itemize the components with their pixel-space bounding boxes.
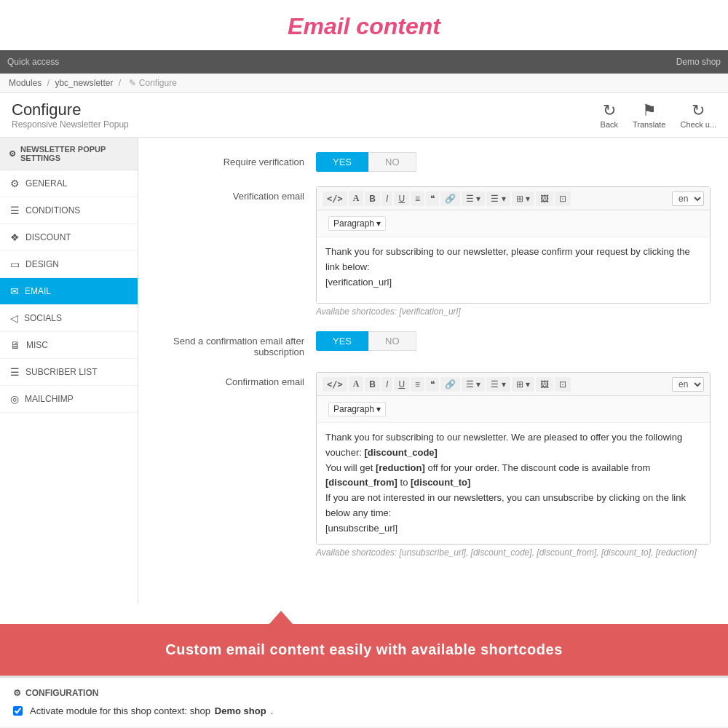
confirmation-toolbar: </> A B I U ≡ ❝ 🔗 ☰ ▾ ☰ ▾ ⊞ ▾ 🖼 ⊡ <box>317 373 710 396</box>
confirmation-shortcodes: Availabe shortcodes: [unsubscribe_url], … <box>316 547 711 558</box>
sidebar-item-design[interactable]: ▭ DESIGN <box>0 251 138 278</box>
sidebar-item-discount[interactable]: ❖ DISCOUNT <box>0 224 138 251</box>
verification-lang-select[interactable]: en fr <box>672 191 704 206</box>
check-update-button[interactable]: ↻ Check u... <box>680 101 716 129</box>
conf-toolbar-font-btn[interactable]: A <box>349 376 364 392</box>
require-verification-toggle: YES NO <box>316 152 711 172</box>
conf-paragraph-select[interactable]: Paragraph ▾ <box>328 402 386 416</box>
sidebar-item-subscriber-list[interactable]: ☰ SUBCRIBER LIST <box>0 359 138 386</box>
breadcrumb-configure: ✎ Configure <box>129 78 176 88</box>
conf-toolbar-image-btn[interactable]: 🖼 <box>536 377 553 392</box>
translate-button[interactable]: ⚑ Translate <box>633 101 665 129</box>
toolbar-right: en fr <box>672 191 704 206</box>
check-update-icon: ↻ <box>692 101 705 120</box>
check-update-label: Check u... <box>680 120 716 129</box>
discount-icon: ❖ <box>10 232 20 243</box>
verification-editor: </> A B I U ≡ ❝ 🔗 ☰ ▾ ☰ ▾ ⊞ ▾ 🖼 ⊡ <box>316 186 711 304</box>
promo-arrow <box>269 611 293 624</box>
toolbar-font-btn[interactable]: A <box>349 191 364 206</box>
require-verification-no[interactable]: NO <box>368 152 416 172</box>
verification-email-label: Verification email <box>156 186 316 202</box>
promo-gap <box>0 604 728 611</box>
promo-section: Custom email content easily with availab… <box>0 604 728 676</box>
confirmation-editor-body[interactable]: Thank you for subscribing to our newslet… <box>317 423 710 544</box>
toolbar-list-btn[interactable]: ☰ ▾ <box>462 191 485 206</box>
conditions-icon: ☰ <box>10 205 20 216</box>
conf-toolbar-align-btn[interactable]: ≡ <box>411 377 424 392</box>
config-section: ⚙ CONFIGURATION Activate module for this… <box>0 676 728 727</box>
sidebar-item-email[interactable]: ✉ EMAIL <box>0 278 138 305</box>
sidebar-item-mailchimp[interactable]: ◎ MAILCHIMP <box>0 386 138 413</box>
conf-toolbar-quote-btn[interactable]: ❝ <box>426 377 439 392</box>
activate-label: Activate module for this shop context: s… <box>30 705 210 716</box>
page-header: Configure Responsive Newsletter Popup ↻ … <box>0 93 728 138</box>
conf-toolbar-bold-btn[interactable]: B <box>365 377 380 392</box>
send-confirmation-control: YES NO <box>316 331 711 351</box>
email-icon: ✉ <box>10 285 19 297</box>
toolbar-bold-btn[interactable]: B <box>365 191 380 206</box>
top-banner: Email content <box>0 0 728 50</box>
content-area: Require verification YES NO Verification… <box>138 138 728 604</box>
sidebar-item-general[interactable]: ⚙ GENERAL <box>0 170 138 197</box>
toolbar-quote-btn[interactable]: ❝ <box>426 191 439 206</box>
page-title: Email content <box>0 13 728 40</box>
paragraph-select[interactable]: Paragraph ▾ <box>328 216 386 231</box>
verification-shortcodes: Availabe shortcodes: [verification_url] <box>316 306 711 317</box>
sidebar-item-conditions[interactable]: ☰ CONDITIONS <box>0 197 138 224</box>
conf-toolbar-italic-btn[interactable]: I <box>381 377 392 392</box>
promo-text: Custom email content easily with availab… <box>165 641 563 657</box>
period: . <box>271 705 274 716</box>
sidebar-item-misc[interactable]: 🖥 MISC <box>0 332 138 359</box>
verification-email-control: </> A B I U ≡ ❝ 🔗 ☰ ▾ ☰ ▾ ⊞ ▾ 🖼 ⊡ <box>316 186 711 317</box>
page-header-actions: ↻ Back ⚑ Translate ↻ Check u... <box>601 101 716 129</box>
promo-banner: Custom email content easily with availab… <box>0 624 728 676</box>
toolbar-link-btn[interactable]: 🔗 <box>440 191 460 206</box>
promo-arrow-wrap <box>0 611 728 624</box>
require-verification-control: YES NO <box>316 152 711 172</box>
sidebar-item-socials[interactable]: ◁ SOCIALS <box>0 305 138 332</box>
confirmation-lang-select[interactable]: en fr <box>672 377 704 392</box>
subscriber-icon: ☰ <box>10 366 20 378</box>
conf-toolbar-media-btn[interactable]: ⊡ <box>555 377 571 392</box>
send-confirmation-yes[interactable]: YES <box>316 331 368 351</box>
toolbar-media-btn[interactable]: ⊡ <box>555 191 571 206</box>
configure-subtitle: Responsive Newsletter Popup <box>12 119 129 130</box>
conf-toolbar-right: en fr <box>672 377 704 392</box>
demo-shop-label: Demo shop <box>676 57 721 67</box>
toolbar-olist-btn[interactable]: ☰ ▾ <box>486 191 510 206</box>
misc-icon: 🖥 <box>10 339 20 351</box>
conf-toolbar-code-btn[interactable]: </> <box>323 377 347 392</box>
toolbar-italic-btn[interactable]: I <box>381 191 392 206</box>
confirmation-email-control: </> A B I U ≡ ❝ 🔗 ☰ ▾ ☰ ▾ ⊞ ▾ 🖼 ⊡ <box>316 372 711 558</box>
back-label: Back <box>601 120 618 129</box>
verification-editor-body[interactable]: Thank you for subscribing to our newslet… <box>317 237 710 303</box>
conf-toolbar-list-btn[interactable]: ☰ ▾ <box>462 377 485 392</box>
toolbar-align-btn[interactable]: ≡ <box>411 191 424 206</box>
configure-title: Configure <box>12 100 129 119</box>
config-title: ⚙ CONFIGURATION <box>13 688 715 698</box>
verification-email-row: Verification email </> A B I U ≡ ❝ 🔗 ☰ ▾… <box>156 186 711 317</box>
toolbar-table-btn[interactable]: ⊞ ▾ <box>512 191 534 206</box>
conf-toolbar-olist-btn[interactable]: ☰ ▾ <box>486 377 510 392</box>
verification-toolbar: </> A B I U ≡ ❝ 🔗 ☰ ▾ ☰ ▾ ⊞ ▾ 🖼 ⊡ <box>317 187 710 210</box>
settings-icon: ⚙ <box>9 149 16 159</box>
breadcrumb-modules[interactable]: Modules <box>9 78 41 88</box>
sidebar: ⚙ NEWSLETTER POPUP SETTINGS ⚙ GENERAL ☰ … <box>0 138 138 604</box>
toolbar-code-btn[interactable]: </> <box>323 191 347 206</box>
send-confirmation-row: Send a confirmation email aftersubscript… <box>156 331 711 357</box>
conf-toolbar-underline-btn[interactable]: U <box>394 377 409 392</box>
require-verification-yes[interactable]: YES <box>316 152 368 172</box>
conf-toolbar-table-btn[interactable]: ⊞ ▾ <box>512 377 534 392</box>
activate-checkbox[interactable] <box>13 706 23 716</box>
back-button[interactable]: ↻ Back <box>601 101 618 129</box>
conf-toolbar-link-btn[interactable]: 🔗 <box>440 377 460 392</box>
toolbar-underline-btn[interactable]: U <box>394 191 409 206</box>
breadcrumb-newsletter[interactable]: ybc_newsletter <box>55 78 113 88</box>
send-confirmation-no[interactable]: NO <box>368 331 416 351</box>
socials-icon: ◁ <box>10 312 18 324</box>
back-icon: ↻ <box>603 101 616 120</box>
toolbar-image-btn[interactable]: 🖼 <box>536 191 553 206</box>
config-icon: ⚙ <box>13 688 21 698</box>
require-verification-row: Require verification YES NO <box>156 152 711 172</box>
shop-name: Demo shop <box>215 705 266 716</box>
